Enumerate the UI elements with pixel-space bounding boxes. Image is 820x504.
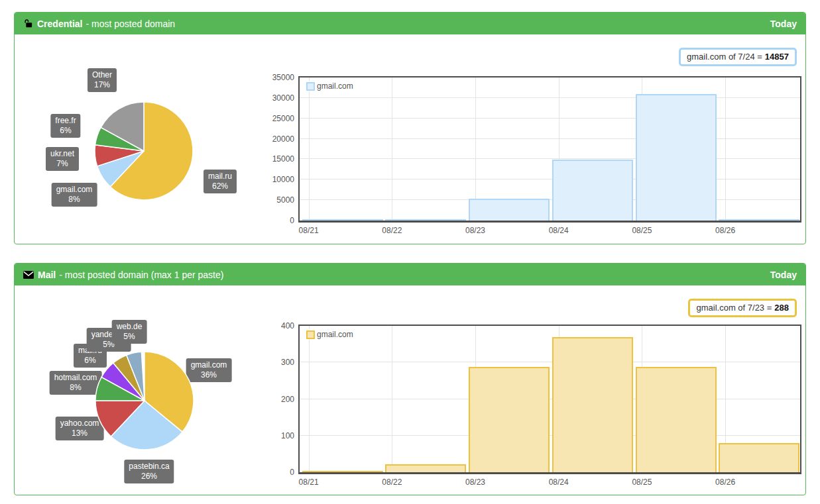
y-axis-tick-0: 0 — [290, 468, 294, 477]
credential-panel-body: gmail.com of 7/24 =14857 mail.ru62%gmail… — [15, 34, 805, 242]
y-axis-tick-20000: 20000 — [272, 134, 294, 144]
mail-hover-tooltip: gmail.com of 7/23 =288 — [688, 299, 797, 317]
x-axis-tick-08-24: 08/24 — [549, 226, 569, 235]
mail-panel-subtitle: - most posted domain (max 1 per paste) — [59, 270, 223, 280]
x-axis-tick-08-24: 08/24 — [549, 478, 569, 487]
bar-08-24[interactable] — [552, 160, 633, 221]
mail-tooltip-value: 288 — [774, 303, 789, 313]
unlock-icon — [23, 19, 33, 28]
y-axis-tick-25000: 25000 — [272, 114, 294, 123]
x-axis-tick-08-21: 08/21 — [299, 226, 319, 235]
y-axis-tick-35000: 35000 — [272, 73, 294, 82]
bar-08-24[interactable] — [552, 337, 633, 472]
credential-pie-svg — [15, 34, 296, 242]
bar-08-23[interactable] — [469, 199, 550, 221]
credential-tooltip-value: 14857 — [765, 52, 789, 62]
x-axis-tick-08-26: 08/26 — [715, 226, 735, 235]
credential-hover-tooltip: gmail.com of 7/24 =14857 — [679, 48, 797, 66]
mail-panel-title: Mail — [38, 270, 56, 280]
x-axis-tick-08-25: 08/25 — [632, 226, 652, 235]
gridline-v — [309, 77, 310, 221]
y-axis-tick-300: 300 — [281, 358, 294, 367]
y-axis-tick-30000: 30000 — [272, 93, 294, 103]
mail-panel: Mail - most posted domain (max 1 per pas… — [14, 263, 806, 495]
y-axis-tick-0: 0 — [290, 216, 294, 225]
legend-swatch-icon — [306, 330, 315, 339]
legend-series-label: gmail.com — [317, 81, 353, 91]
y-axis-tick-10000: 10000 — [272, 175, 294, 184]
bar-08-25[interactable] — [636, 94, 717, 221]
y-axis-tick-15000: 15000 — [272, 154, 294, 164]
x-axis-tick-08-22: 08/22 — [382, 478, 402, 487]
credential-tooltip-label: gmail.com of 7/24 = — [687, 52, 762, 62]
mail-today-badge: Today — [770, 270, 797, 280]
mail-tooltip-label: gmail.com of 7/23 = — [696, 303, 772, 313]
gridline-v — [392, 77, 392, 221]
bar-08-21[interactable] — [302, 471, 383, 472]
bar-08-25[interactable] — [636, 367, 717, 472]
mail-panel-header: Mail - most posted domain (max 1 per pas… — [15, 264, 805, 285]
x-axis-tick-08-26: 08/26 — [715, 478, 735, 487]
credential-pie-chart: mail.ru62%gmail.com8%ukr.net7%free.fr6%O… — [15, 34, 296, 242]
chart-legend: gmail.com — [304, 81, 355, 91]
bar-08-21[interactable] — [302, 219, 383, 221]
credential-today-badge: Today — [770, 19, 797, 29]
gridline-v — [392, 326, 392, 472]
credential-panel-subtitle: - most posted domain — [86, 19, 175, 29]
chart-legend: gmail.com — [304, 329, 355, 340]
mail-pie-chart: gmail.com36%pastebin.ca26%yahoo.com13%ho… — [15, 285, 296, 493]
x-axis-tick-08-25: 08/25 — [632, 478, 652, 487]
x-axis-tick-08-22: 08/22 — [382, 226, 402, 235]
credential-panel-header: Credential - most posted domain Today — [15, 13, 805, 34]
gridline-v — [725, 77, 726, 221]
gridline-v — [309, 326, 310, 472]
credential-panel-title: Credential — [37, 19, 82, 29]
legend-swatch-icon — [306, 82, 315, 91]
x-axis-tick-08-23: 08/23 — [465, 226, 485, 235]
bar-08-26[interactable] — [719, 443, 799, 472]
x-axis-tick-08-23: 08/23 — [465, 478, 485, 487]
legend-series-label: gmail.com — [317, 330, 353, 339]
envelope-icon — [23, 271, 34, 279]
x-axis-tick-08-21: 08/21 — [299, 478, 319, 487]
y-axis-tick-5000: 5000 — [276, 195, 294, 205]
y-axis-tick-400: 400 — [281, 321, 294, 330]
credential-panel: Credential - most posted domain Today gm… — [14, 12, 806, 244]
y-axis-tick-200: 200 — [281, 395, 294, 404]
mail-bar-chart: 010020030040008/2108/2208/2308/2408/2508… — [298, 325, 801, 474]
bar-08-26[interactable] — [719, 219, 799, 221]
mail-panel-body: gmail.com of 7/23 =288 gmail.com36%paste… — [15, 285, 805, 493]
bar-08-22[interactable] — [385, 464, 466, 472]
bar-08-23[interactable] — [469, 367, 550, 472]
bar-08-22[interactable] — [385, 219, 466, 221]
credential-bar-chart: 0500010000150002000025000300003500008/21… — [298, 76, 801, 223]
mail-pie-svg — [15, 285, 296, 493]
y-axis-tick-100: 100 — [281, 431, 294, 440]
